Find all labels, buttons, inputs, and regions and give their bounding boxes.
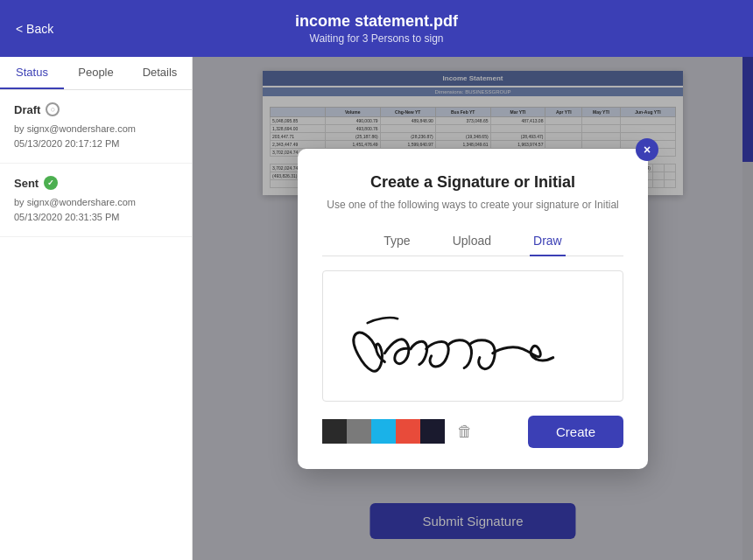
tab-details[interactable]: Details: [128, 57, 192, 89]
color-swatches: [322, 419, 445, 444]
sidebar: Status People Details Draft ○ by signx@w…: [0, 57, 193, 560]
back-button[interactable]: < Back: [16, 22, 53, 36]
modal-close-button[interactable]: ×: [636, 138, 658, 161]
create-button[interactable]: Create: [528, 416, 623, 448]
swatch-dark[interactable]: [420, 419, 445, 444]
app-header: < Back income statement.pdf Waiting for …: [0, 0, 753, 57]
modal-tab-type[interactable]: Type: [380, 227, 413, 256]
modal-title: Create a Signature or Initial: [322, 173, 623, 192]
signature-modal: × Create a Signature or Initial Use one …: [298, 149, 648, 469]
swatch-gray[interactable]: [347, 419, 371, 444]
clear-button[interactable]: 🗑: [450, 419, 480, 444]
sent-meta: by signx@wondershare.com 05/13/2020 20:3…: [14, 195, 178, 224]
swatch-red[interactable]: [396, 419, 420, 444]
signature-canvas[interactable]: [322, 270, 623, 402]
content-area: Income Statement Dimensions: BUSINESSGRO…: [193, 57, 753, 560]
sent-label: Sent ✓: [14, 176, 178, 190]
document-title: income statement.pdf: [295, 12, 458, 31]
draft-icon: ○: [46, 102, 60, 116]
sidebar-tab-bar: Status People Details: [0, 57, 192, 90]
signature-drawing: [323, 271, 623, 401]
draft-label: Draft ○: [14, 102, 178, 116]
swatch-cyan[interactable]: [371, 419, 396, 444]
modal-tab-draw[interactable]: Draw: [530, 227, 566, 256]
modal-tab-upload[interactable]: Upload: [449, 227, 495, 256]
sent-icon: ✓: [44, 176, 58, 190]
sent-section: Sent ✓ by signx@wondershare.com 05/13/20…: [0, 164, 192, 237]
main-layout: Status People Details Draft ○ by signx@w…: [0, 57, 753, 560]
swatch-black[interactable]: [322, 419, 347, 444]
modal-subtitle: Use one of the following ways to create …: [322, 199, 623, 211]
draft-meta: by signx@wondershare.com 05/13/2020 20:1…: [14, 122, 178, 150]
modal-footer: 🗑 Create: [322, 416, 623, 448]
tab-status[interactable]: Status: [0, 57, 64, 89]
modal-overlay: × Create a Signature or Initial Use one …: [193, 57, 753, 560]
modal-tab-bar: Type Upload Draw: [322, 227, 623, 256]
header-subtitle: Waiting for 3 Persons to sign: [310, 32, 444, 45]
draft-section: Draft ○ by signx@wondershare.com 05/13/2…: [0, 90, 192, 164]
tab-people[interactable]: People: [64, 57, 128, 89]
